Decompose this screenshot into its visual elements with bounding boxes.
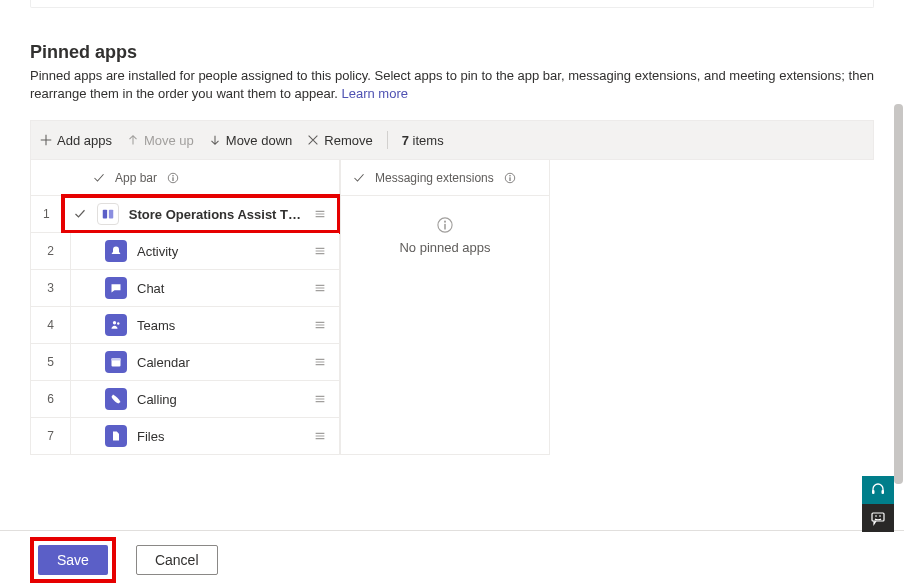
- appbar-header-label: App bar: [115, 171, 157, 185]
- app-icon-chat: [105, 277, 127, 299]
- app-icon-teams: [105, 314, 127, 336]
- help-widget-button[interactable]: [862, 476, 894, 504]
- list-toolbar: Add apps Move up Move down Remove 7 item…: [30, 120, 874, 160]
- table-row[interactable]: 6 Calling: [31, 381, 339, 418]
- app-label: Chat: [137, 281, 301, 296]
- app-icon-files: [105, 425, 127, 447]
- cancel-button[interactable]: Cancel: [136, 545, 218, 575]
- plus-icon: [39, 133, 53, 147]
- svg-rect-14: [444, 224, 446, 230]
- section-title: Pinned apps: [30, 42, 874, 63]
- svg-point-13: [444, 221, 446, 223]
- row-number: 4: [31, 307, 71, 343]
- lists-area: App bar 1 Store Operations Assist T…: [30, 160, 874, 455]
- save-button[interactable]: Save: [38, 545, 108, 575]
- svg-rect-15: [872, 490, 875, 494]
- appbar-panel: App bar 1 Store Operations Assist T…: [30, 160, 340, 455]
- check-icon: [353, 172, 365, 184]
- section-description-text: Pinned apps are installed for people ass…: [30, 68, 874, 101]
- drag-handle-icon[interactable]: [311, 244, 329, 258]
- item-count: 7 items: [402, 133, 444, 148]
- svg-rect-16: [882, 490, 885, 494]
- messaging-empty-state: No pinned apps: [341, 196, 549, 283]
- table-row[interactable]: 4 Teams: [31, 307, 339, 344]
- app-icon-activity: [105, 240, 127, 262]
- svg-point-1: [172, 175, 173, 176]
- learn-more-link[interactable]: Learn more: [341, 86, 407, 101]
- svg-rect-2: [173, 177, 174, 181]
- page-root: Pinned apps Pinned apps are installed fo…: [0, 0, 904, 588]
- app-icon-store-operations: [97, 203, 119, 225]
- svg-rect-8: [112, 358, 121, 360]
- messaging-header: Messaging extensions: [341, 160, 549, 196]
- app-label: Files: [137, 429, 301, 444]
- vertical-scrollbar[interactable]: [894, 0, 903, 588]
- floating-widgets: [862, 476, 894, 532]
- svg-rect-3: [103, 210, 107, 219]
- appbar-header: App bar: [31, 160, 339, 196]
- table-row[interactable]: 5 Calendar: [31, 344, 339, 381]
- info-icon: [436, 216, 454, 234]
- row-number: 5: [31, 344, 71, 380]
- svg-point-6: [117, 322, 119, 324]
- feedback-widget-button[interactable]: [862, 504, 894, 532]
- app-label: Teams: [137, 318, 301, 333]
- headset-icon: [870, 482, 886, 498]
- toolbar-separator: [387, 131, 388, 149]
- x-icon: [306, 133, 320, 147]
- messaging-panel: Messaging extensions No pinned apps: [340, 160, 550, 455]
- arrow-down-icon: [208, 133, 222, 147]
- previous-section-edge: [30, 0, 874, 8]
- drag-handle-icon[interactable]: [311, 429, 329, 443]
- svg-rect-4: [109, 210, 113, 219]
- app-label: Calling: [137, 392, 301, 407]
- add-apps-button[interactable]: Add apps: [39, 133, 112, 148]
- svg-point-10: [509, 175, 510, 176]
- content: Pinned apps Pinned apps are installed fo…: [0, 42, 904, 455]
- messaging-header-label: Messaging extensions: [375, 171, 494, 185]
- row-number: 7: [31, 418, 71, 454]
- remove-button[interactable]: Remove: [306, 133, 372, 148]
- drag-handle-icon[interactable]: [311, 392, 329, 406]
- drag-handle-icon[interactable]: [311, 207, 329, 221]
- row-checkbox[interactable]: [73, 208, 87, 220]
- messaging-empty-text: No pinned apps: [399, 240, 490, 255]
- drag-handle-icon[interactable]: [311, 281, 329, 295]
- scrollbar-thumb[interactable]: [894, 104, 903, 484]
- table-row[interactable]: 2 Activity: [31, 233, 339, 270]
- info-icon[interactable]: [167, 172, 179, 184]
- app-icon-calling: [105, 388, 127, 410]
- app-label: Activity: [137, 244, 301, 259]
- move-down-button[interactable]: Move down: [208, 133, 292, 148]
- info-icon[interactable]: [504, 172, 516, 184]
- check-icon: [93, 172, 105, 184]
- move-up-button[interactable]: Move up: [126, 133, 194, 148]
- arrow-up-icon: [126, 133, 140, 147]
- footer-bar: Save Cancel: [0, 530, 904, 588]
- save-highlight: Save: [30, 537, 116, 583]
- drag-handle-icon[interactable]: [311, 355, 329, 369]
- table-row[interactable]: 3 Chat: [31, 270, 339, 307]
- table-row[interactable]: 7 Files: [31, 418, 339, 454]
- table-row[interactable]: 1 Store Operations Assist T…: [31, 196, 339, 233]
- row-number: 2: [31, 233, 71, 269]
- drag-handle-icon[interactable]: [311, 318, 329, 332]
- section-description: Pinned apps are installed for people ass…: [30, 67, 874, 102]
- svg-rect-11: [509, 177, 510, 181]
- row-number: 1: [31, 196, 63, 232]
- app-label: Calendar: [137, 355, 301, 370]
- app-label: Store Operations Assist T…: [129, 207, 301, 222]
- svg-point-5: [113, 321, 116, 324]
- row-number: 3: [31, 270, 71, 306]
- app-icon-calendar: [105, 351, 127, 373]
- row-number: 6: [31, 381, 71, 417]
- feedback-icon: [870, 510, 886, 526]
